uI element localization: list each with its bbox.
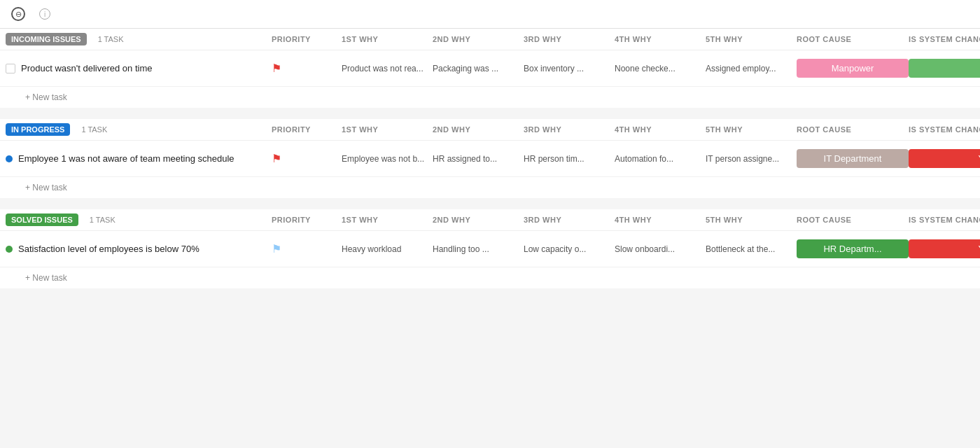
section-header-solved: SOLVED ISSUES 1 TASK PRIORITY1ST WHY2ND … [0, 209, 980, 231]
priority-flag[interactable]: ⚑ [272, 242, 342, 255]
flag-icon: ⚑ [272, 153, 281, 164]
col-header-4: 4TH WHY [615, 35, 706, 43]
system-change-cell[interactable]: Yes [909, 239, 980, 258]
col-header-5: 5TH WHY [706, 125, 797, 134]
section-solved: SOLVED ISSUES 1 TASK PRIORITY1ST WHY2ND … [0, 209, 980, 288]
system-change-badge: Yes [909, 149, 980, 168]
section-header-incoming: INCOMING ISSUES 1 TASK PRIORITY1ST WHY2N… [0, 29, 980, 50]
why-col-2: HR assigned to... [433, 154, 520, 164]
main-content: INCOMING ISSUES 1 TASK PRIORITY1ST WHY2N… [0, 29, 980, 294]
section-badge-incoming: INCOMING ISSUES [6, 33, 87, 46]
why-col-1: Employee was not b... [342, 154, 429, 164]
flag-icon: ⚑ [272, 243, 281, 255]
section-header-inprogress: IN PROGRESS 1 TASK PRIORITY1ST WHY2ND WH… [0, 119, 980, 141]
task-name: Product wasn't delivered on time [21, 63, 152, 74]
task-name: Satisfaction level of employees is below… [18, 244, 200, 254]
why-col-1: Heavy workload [342, 244, 429, 254]
section-label-solved: SOLVED ISSUES 1 TASK [6, 214, 272, 226]
section-label-inprogress: IN PROGRESS 1 TASK [6, 123, 272, 136]
new-task-row-solved[interactable]: + New task [0, 267, 980, 288]
col-header-5: 5TH WHY [706, 35, 797, 43]
why-col-5: Bottleneck at the... [706, 244, 793, 254]
task-name: Employee 1 was not aware of team meeting… [18, 153, 234, 164]
section-badge-inprogress: IN PROGRESS [6, 123, 70, 136]
task-status-dot-blue [6, 155, 13, 162]
task-cell: Satisfaction level of employees is below… [6, 244, 272, 254]
task-checkbox[interactable] [6, 64, 15, 74]
col-header-6: ROOT CAUSE [797, 125, 909, 134]
page-header: ⊖ i [0, 0, 980, 29]
col-header-2: 2ND WHY [433, 216, 524, 224]
info-icon[interactable]: i [39, 8, 50, 20]
section-label-incoming: INCOMING ISSUES 1 TASK [6, 33, 272, 46]
why-col-3: Low capacity o... [524, 244, 611, 254]
section-inprogress: IN PROGRESS 1 TASK PRIORITY1ST WHY2ND WH… [0, 119, 980, 198]
root-cause-cell[interactable]: HR Departm... [797, 239, 909, 258]
why-col-2: Packaging was ... [433, 64, 520, 74]
system-change-badge: Yes [909, 239, 980, 258]
why-col-3: HR person tim... [524, 154, 611, 164]
col-header-3: 3RD WHY [524, 216, 615, 224]
new-task-row-incoming[interactable]: + New task [0, 87, 980, 108]
task-count-inprogress: 1 TASK [81, 125, 107, 134]
task-cell: Product wasn't delivered on time [6, 63, 272, 74]
root-cause-cell[interactable]: Manpower [797, 59, 909, 78]
col-header-7: IS SYSTEM CHANGE REQUIRED? [909, 216, 980, 224]
priority-flag[interactable]: ⚑ [272, 62, 342, 75]
task-count-incoming: 1 TASK [98, 35, 124, 43]
col-header-2: 2ND WHY [433, 125, 524, 134]
root-cause-badge: Manpower [797, 59, 909, 78]
col-header-5: 5TH WHY [706, 216, 797, 224]
col-header-6: ROOT CAUSE [797, 216, 909, 224]
table-row: Product wasn't delivered on time⚑Product… [0, 50, 980, 87]
col-header-1: 1ST WHY [342, 35, 433, 43]
task-cell: Employee 1 was not aware of team meeting… [6, 153, 272, 164]
col-header-0: PRIORITY [272, 216, 342, 224]
why-col-1: Product was not rea... [342, 64, 429, 74]
col-header-3: 3RD WHY [524, 35, 615, 43]
section-badge-solved: SOLVED ISSUES [6, 214, 78, 226]
why-col-5: Assigned employ... [706, 64, 793, 74]
table-row: Employee 1 was not aware of team meeting… [0, 141, 980, 177]
why-col-4: Slow onboardi... [615, 244, 702, 254]
why-col-4: Automation fo... [615, 154, 702, 164]
col-header-2: 2ND WHY [433, 35, 524, 43]
priority-flag[interactable]: ⚑ [272, 152, 342, 165]
flag-icon: ⚑ [272, 62, 281, 74]
col-header-7: IS SYSTEM CHANGE REQUIRED? [909, 35, 980, 43]
root-cause-cell[interactable]: IT Department [797, 149, 909, 168]
col-header-3: 3RD WHY [524, 125, 615, 134]
col-header-6: ROOT CAUSE [797, 35, 909, 43]
col-header-4: 4TH WHY [615, 216, 706, 224]
col-header-7: IS SYSTEM CHANGE REQUIRED? [909, 125, 980, 134]
root-cause-badge: HR Departm... [797, 239, 909, 258]
back-icon[interactable]: ⊖ [11, 7, 25, 21]
col-header-0: PRIORITY [272, 125, 342, 134]
section-divider [0, 204, 980, 209]
task-count-solved: 1 TASK [90, 216, 115, 224]
why-col-4: Noone checke... [615, 64, 702, 74]
col-header-0: PRIORITY [272, 35, 342, 43]
table-row: Satisfaction level of employees is below… [0, 231, 980, 267]
why-col-3: Box inventory ... [524, 64, 611, 74]
system-change-cell[interactable]: No [909, 59, 980, 78]
system-change-badge: No [909, 59, 980, 78]
col-header-4: 4TH WHY [615, 125, 706, 134]
new-task-row-inprogress[interactable]: + New task [0, 177, 980, 198]
why-col-2: Handling too ... [433, 244, 520, 254]
root-cause-badge: IT Department [797, 149, 909, 168]
col-header-1: 1ST WHY [342, 125, 433, 134]
col-header-1: 1ST WHY [342, 216, 433, 224]
section-incoming: INCOMING ISSUES 1 TASK PRIORITY1ST WHY2N… [0, 29, 980, 108]
section-divider [0, 113, 980, 119]
task-status-dot-green [6, 246, 13, 253]
system-change-cell[interactable]: Yes [909, 149, 980, 168]
why-col-5: IT person assigne... [706, 154, 793, 164]
